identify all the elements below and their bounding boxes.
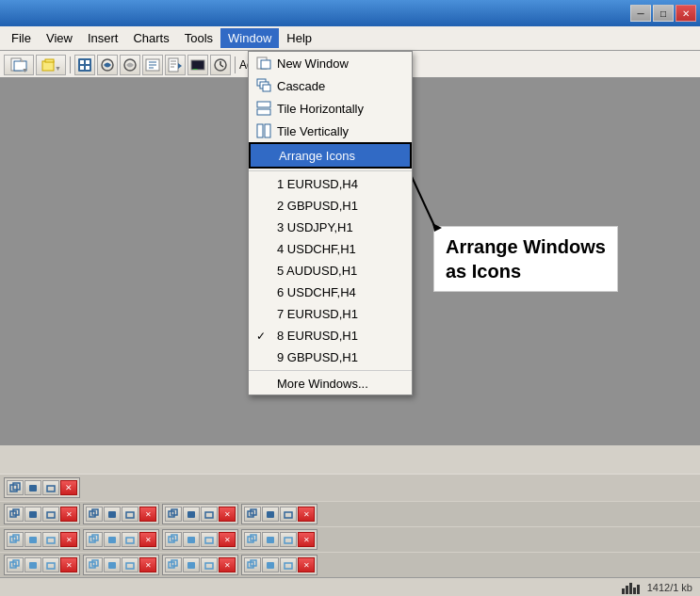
menu-win6[interactable]: 6 USDCHF,H4 xyxy=(249,282,412,303)
t1c-r[interactable] xyxy=(165,507,182,522)
menu-help[interactable]: Help xyxy=(279,28,319,48)
marketwatch-btn[interactable] xyxy=(142,55,163,75)
t3b-r[interactable] xyxy=(86,557,103,572)
t2d-r[interactable] xyxy=(244,532,261,547)
taskbar-row-1: ✕ ✕ ✕ ✕ xyxy=(0,501,700,526)
svg-rect-94 xyxy=(285,538,292,543)
maximize-button[interactable]: □ xyxy=(653,5,674,22)
t2a-c[interactable]: ✕ xyxy=(60,532,77,547)
t1c-c[interactable]: ✕ xyxy=(219,507,236,522)
minimize-button[interactable]: ─ xyxy=(630,5,651,22)
menu-win2[interactable]: 2 GBPUSD,H1 xyxy=(249,195,412,217)
menu-insert[interactable]: Insert xyxy=(80,28,126,48)
win-restore-btn[interactable] xyxy=(7,480,24,495)
taskbar-row-2: ✕ ✕ ✕ ✕ xyxy=(0,526,700,552)
t2a-r[interactable] xyxy=(7,532,24,547)
menu-win4[interactable]: 4 USDCHF,H1 xyxy=(249,238,412,260)
t2d-m[interactable] xyxy=(262,532,279,547)
t3c-r[interactable] xyxy=(165,557,182,572)
t2d-c[interactable]: ✕ xyxy=(298,532,315,547)
menu-view[interactable]: View xyxy=(39,28,80,48)
menu-window[interactable]: Window xyxy=(220,28,279,48)
t3a-x[interactable] xyxy=(42,557,59,572)
menu-cascade[interactable]: Cascade xyxy=(249,74,412,97)
disconnect-btn[interactable] xyxy=(120,55,140,75)
t3a-c[interactable]: ✕ xyxy=(60,557,77,572)
t3d-r[interactable] xyxy=(244,557,261,572)
task-grp-3b: ✕ xyxy=(83,555,159,575)
win-max-btn[interactable] xyxy=(42,480,59,495)
taskbar-row-3: ✕ ✕ ✕ ✕ xyxy=(0,552,700,577)
t3a-m[interactable] xyxy=(24,557,41,572)
menu-win9[interactable]: 9 GBPUSD,H1 xyxy=(249,346,412,368)
t1d-m[interactable] xyxy=(262,507,279,522)
terminal-btn[interactable]: _ xyxy=(187,55,208,75)
t2b-c[interactable]: ✕ xyxy=(139,532,156,547)
history-btn[interactable] xyxy=(210,55,231,75)
menu-bar: File View Insert Charts Tools Window Hel… xyxy=(0,26,700,51)
navigator-btn[interactable] xyxy=(165,55,186,75)
t2b-m[interactable] xyxy=(104,532,121,547)
t2b-x[interactable] xyxy=(122,532,138,547)
task-grp-1d: ✕ xyxy=(241,504,317,524)
t2d-x[interactable] xyxy=(280,532,297,547)
menu-tile-h[interactable]: Tile Horizontally xyxy=(249,97,412,120)
svg-rect-82 xyxy=(47,538,55,543)
t1b-c[interactable]: ✕ xyxy=(139,507,156,522)
dropdown-sep-1 xyxy=(249,170,412,171)
t3c-x[interactable] xyxy=(201,557,218,572)
menu-new-window[interactable]: New Window xyxy=(249,52,412,74)
menu-file[interactable]: File xyxy=(4,28,39,48)
t1c-x[interactable] xyxy=(201,507,218,522)
t2b-r[interactable] xyxy=(86,532,103,547)
t1d-r[interactable] xyxy=(244,507,261,522)
menu-more-windows[interactable]: More Windows... xyxy=(249,373,412,395)
t3a-r[interactable] xyxy=(7,557,24,572)
t3d-m[interactable] xyxy=(262,557,279,572)
t3c-c[interactable]: ✕ xyxy=(219,557,236,572)
t2c-m[interactable] xyxy=(183,532,200,547)
connect-btn[interactable] xyxy=(97,55,118,75)
t1b-m[interactable] xyxy=(104,507,121,522)
t1d-x[interactable] xyxy=(280,507,297,522)
menu-win3[interactable]: 3 USDJPY,H1 xyxy=(249,217,412,238)
t1a-x[interactable] xyxy=(42,507,59,522)
t2c-x[interactable] xyxy=(201,532,218,547)
svg-rect-98 xyxy=(47,563,55,569)
t1a-m[interactable] xyxy=(24,507,41,522)
t1d-c[interactable]: ✕ xyxy=(298,507,315,522)
svg-rect-52 xyxy=(263,85,270,91)
t1a-c[interactable]: ✕ xyxy=(60,507,77,522)
t1c-m[interactable] xyxy=(183,507,200,522)
t3b-x[interactable] xyxy=(122,557,138,572)
menu-arrange-icons[interactable]: Arrange Icons xyxy=(249,142,412,169)
t1b-r[interactable] xyxy=(86,507,103,522)
window-dropdown-menu: New Window Cascade Tile Horizontally Til… xyxy=(248,51,413,395)
open-btn[interactable]: ▼ xyxy=(36,55,66,75)
menu-tools[interactable]: Tools xyxy=(177,28,220,48)
t2a-x[interactable] xyxy=(42,532,59,547)
t1b-x[interactable] xyxy=(122,507,138,522)
profiles-btn[interactable] xyxy=(74,55,95,75)
win-close-btn[interactable]: ✕ xyxy=(60,480,77,495)
t2c-c[interactable]: ✕ xyxy=(219,532,236,547)
new-btn[interactable]: ▼ xyxy=(4,55,34,75)
t3d-x[interactable] xyxy=(280,557,297,572)
svg-rect-77 xyxy=(267,511,274,518)
t2c-r[interactable] xyxy=(165,532,182,547)
win-min-btn[interactable] xyxy=(24,480,41,495)
t2a-m[interactable] xyxy=(24,532,41,547)
t3b-m[interactable] xyxy=(104,557,121,572)
menu-charts[interactable]: Charts xyxy=(125,28,176,48)
t3c-m[interactable] xyxy=(183,557,200,572)
menu-win8[interactable]: ✓ 8 EURUSD,H1 xyxy=(249,325,412,346)
close-button[interactable]: ✕ xyxy=(676,5,696,22)
t3d-c[interactable]: ✕ xyxy=(298,557,315,572)
menu-win7[interactable]: 7 EURUSD,H1 xyxy=(249,303,412,325)
task-grp-2d: ✕ xyxy=(241,529,317,550)
menu-win5[interactable]: 5 AUDUSD,H1 xyxy=(249,260,412,282)
t3b-c[interactable]: ✕ xyxy=(139,557,156,572)
menu-tile-v[interactable]: Tile Vertically xyxy=(249,120,412,142)
t1a-r[interactable] xyxy=(7,507,24,522)
menu-win1[interactable]: 1 EURUSD,H4 xyxy=(249,173,412,195)
